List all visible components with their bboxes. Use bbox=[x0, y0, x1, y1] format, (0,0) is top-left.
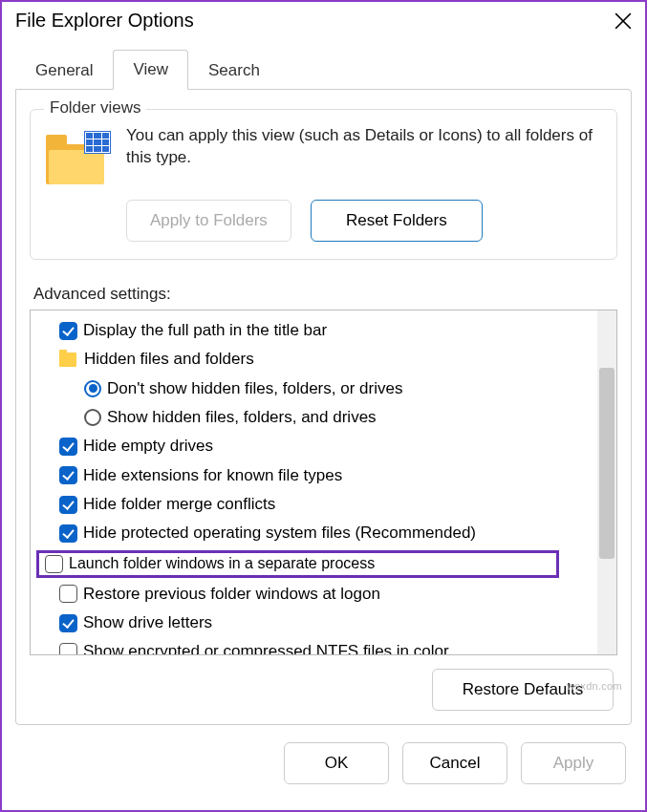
list-item[interactable]: Restore previous folder windows at logon bbox=[31, 580, 616, 609]
list-item[interactable]: Display the full path in the title bar bbox=[31, 316, 616, 345]
ok-button[interactable]: OK bbox=[284, 742, 389, 784]
list-item[interactable]: Hide protected operating system files (R… bbox=[31, 519, 616, 547]
advanced-settings-list[interactable]: Display the full path in the title barHi… bbox=[30, 310, 617, 655]
tab-view[interactable]: View bbox=[113, 50, 188, 90]
window-title: File Explorer Options bbox=[15, 10, 194, 32]
advanced-settings-label: Advanced settings: bbox=[33, 285, 617, 304]
list-item[interactable]: Don't show hidden files, folders, or dri… bbox=[31, 374, 616, 403]
checkbox[interactable] bbox=[59, 496, 77, 514]
scrollbar[interactable] bbox=[597, 310, 616, 654]
list-item-label: Hide empty drives bbox=[83, 434, 213, 459]
scrollbar-thumb[interactable] bbox=[599, 368, 615, 559]
tab-bar: General View Search bbox=[2, 49, 645, 89]
apply-button: Apply bbox=[521, 742, 626, 784]
list-item[interactable]: Hide empty drives bbox=[31, 432, 616, 460]
reset-folders-button[interactable]: Reset Folders bbox=[311, 200, 483, 242]
dialog-buttons: OK Cancel Apply bbox=[2, 725, 645, 784]
folder-views-description: You can apply this view (such as Details… bbox=[126, 125, 601, 184]
folder-icon bbox=[59, 353, 76, 367]
list-item[interactable]: Show hidden files, folders, and drives bbox=[31, 403, 616, 432]
folder-views-group: Folder views You can apply this view (su… bbox=[30, 109, 617, 260]
list-item-label: Hide protected operating system files (R… bbox=[83, 521, 476, 545]
checkbox[interactable] bbox=[59, 438, 77, 456]
list-item[interactable]: Hide folder merge conflicts bbox=[31, 490, 616, 519]
checkbox[interactable] bbox=[59, 585, 77, 603]
watermark: wsxdn.com bbox=[567, 680, 622, 692]
radio[interactable] bbox=[84, 409, 101, 426]
radio[interactable] bbox=[84, 380, 101, 397]
list-item[interactable]: Hidden files and folders bbox=[31, 345, 616, 374]
list-item-label: Don't show hidden files, folders, or dri… bbox=[107, 376, 402, 401]
list-item-label: Restore previous folder windows at logon bbox=[83, 582, 380, 607]
tab-general[interactable]: General bbox=[15, 51, 113, 90]
list-item-label: Hidden files and folders bbox=[84, 347, 254, 372]
folder-views-legend: Folder views bbox=[44, 98, 146, 118]
list-item-label: Hide folder merge conflicts bbox=[83, 492, 275, 517]
list-item[interactable]: Launch folder windows in a separate proc… bbox=[36, 550, 559, 578]
list-item[interactable]: Show encrypted or compressed NTFS files … bbox=[31, 637, 616, 655]
close-icon[interactable] bbox=[615, 12, 632, 30]
checkbox[interactable] bbox=[45, 555, 63, 573]
list-item-label: Launch folder windows in a separate proc… bbox=[69, 555, 375, 572]
apply-to-folders-button: Apply to Folders bbox=[126, 200, 291, 242]
folder-views-icon bbox=[46, 129, 109, 184]
tab-search[interactable]: Search bbox=[188, 51, 280, 90]
list-item[interactable]: Show drive letters bbox=[31, 609, 616, 637]
checkbox[interactable] bbox=[59, 466, 77, 484]
checkbox[interactable] bbox=[59, 614, 77, 632]
list-item-label: Show encrypted or compressed NTFS files … bbox=[83, 639, 449, 655]
list-item-label: Show drive letters bbox=[83, 610, 212, 635]
list-item-label: Show hidden files, folders, and drives bbox=[107, 405, 377, 430]
tab-panel-view: Folder views You can apply this view (su… bbox=[15, 89, 632, 725]
list-item-label: Display the full path in the title bar bbox=[83, 318, 327, 343]
checkbox[interactable] bbox=[59, 643, 77, 655]
checkbox[interactable] bbox=[59, 524, 77, 543]
checkbox[interactable] bbox=[59, 322, 77, 340]
list-item-label: Hide extensions for known file types bbox=[83, 463, 342, 488]
list-item[interactable]: Hide extensions for known file types bbox=[31, 461, 616, 490]
cancel-button[interactable]: Cancel bbox=[402, 742, 507, 784]
